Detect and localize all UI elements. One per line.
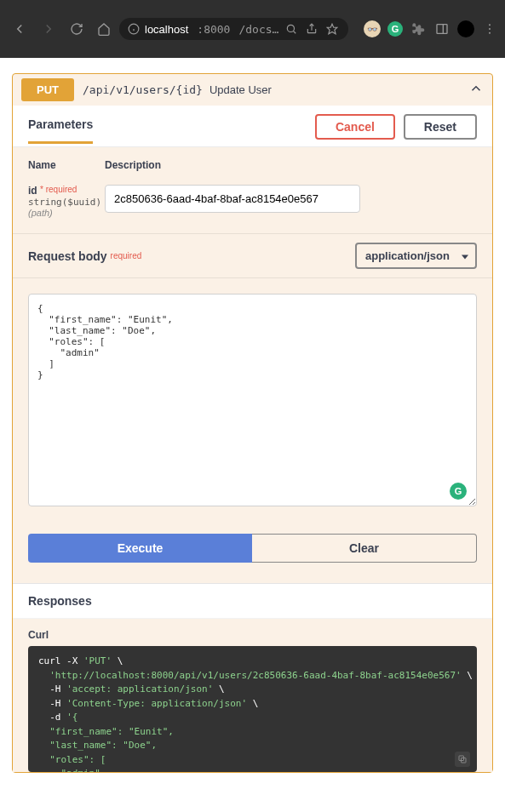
clear-button[interactable]: Clear <box>252 534 477 563</box>
reset-button[interactable]: Reset <box>404 114 477 140</box>
forward-button[interactable] <box>36 16 61 42</box>
curl-output: curl -X 'PUT' \ 'http://localhost:8000/a… <box>28 646 477 772</box>
method-badge: PUT <box>21 78 74 101</box>
back-button[interactable] <box>7 16 32 42</box>
svg-point-11 <box>489 32 491 34</box>
home-button[interactable] <box>92 17 116 41</box>
url-bar[interactable]: localhost:8000/docs… <box>119 18 348 40</box>
endpoint-path: /api/v1/users/{id} <box>83 83 203 96</box>
chevron-up-icon[interactable] <box>468 81 484 100</box>
svg-point-3 <box>288 25 295 31</box>
panel-icon[interactable] <box>433 20 450 37</box>
content-type-select[interactable]: application/json <box>355 243 477 269</box>
svg-point-9 <box>489 24 491 26</box>
profile-avatar[interactable] <box>457 20 474 37</box>
extensions-icon[interactable] <box>410 20 427 37</box>
col-desc-header: Description <box>105 159 477 171</box>
parameters-heading: Parameters <box>28 117 93 144</box>
required-marker: required <box>111 251 142 260</box>
menu-icon[interactable] <box>481 20 498 37</box>
execute-button[interactable]: Execute <box>28 534 252 563</box>
info-icon <box>128 23 140 35</box>
operation-block: PUT /api/v1/users/{id} Update User Param… <box>12 73 493 773</box>
param-table-head: Name Description <box>13 147 492 178</box>
operation-summary[interactable]: PUT /api/v1/users/{id} Update User <box>13 74 492 106</box>
copy-icon[interactable] <box>455 752 470 767</box>
zoom-icon[interactable] <box>284 21 299 37</box>
required-marker: * required <box>40 185 77 194</box>
endpoint-summary: Update User <box>209 83 272 96</box>
body-textarea[interactable]: { "first_name": "Eunit", "last_name": "D… <box>28 294 477 506</box>
param-type: string($uuid) <box>28 197 105 208</box>
browser-toolbar: localhost:8000/docs… 👓 G <box>0 0 505 58</box>
responses-heading: Responses <box>13 583 492 619</box>
col-name-header: Name <box>28 159 105 171</box>
svg-line-4 <box>294 31 296 33</box>
param-row: id * required string($uuid) (path) <box>13 178 492 233</box>
cancel-button[interactable]: Cancel <box>315 114 395 140</box>
curl-heading: Curl <box>28 629 477 641</box>
grammarly-icon[interactable]: G <box>387 21 403 37</box>
svg-marker-6 <box>328 24 338 34</box>
reload-button[interactable] <box>65 17 89 41</box>
svg-rect-7 <box>437 25 447 34</box>
extension-face-icon[interactable]: 👓 <box>364 20 381 37</box>
param-name: id <box>28 185 37 197</box>
svg-point-10 <box>489 28 491 30</box>
request-body-heading: Request body <box>28 249 107 263</box>
share-icon[interactable] <box>304 21 319 37</box>
url-text: localhost:8000/docs… <box>145 23 278 36</box>
grammarly-badge-icon[interactable]: G <box>450 483 467 500</box>
star-icon[interactable] <box>324 21 340 37</box>
param-id-input[interactable] <box>105 185 360 213</box>
param-location: (path) <box>28 208 105 218</box>
